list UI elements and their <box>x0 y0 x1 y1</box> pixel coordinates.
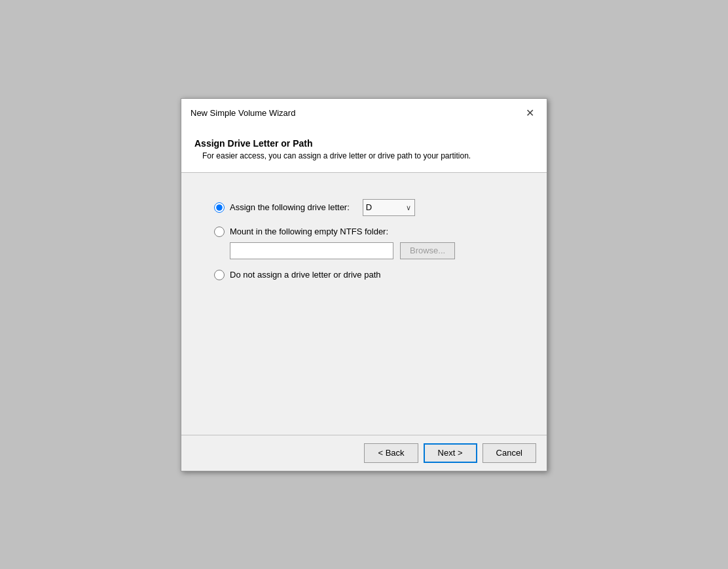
drive-letter-select[interactable]: D E F G H <box>363 199 415 216</box>
no-assign-text: Do not assign a drive letter or drive pa… <box>230 270 381 280</box>
cancel-button[interactable]: Cancel <box>482 443 536 463</box>
assign-drive-letter-label[interactable]: Assign the following drive letter: <box>214 202 350 213</box>
no-assign-label[interactable]: Do not assign a drive letter or drive pa… <box>214 270 381 280</box>
header-section: Assign Drive Letter or Path For easier a… <box>181 128 547 172</box>
footer: < Back Next > Cancel <box>181 435 547 471</box>
header-subtitle: For easier access, you can assign a driv… <box>194 151 534 160</box>
drive-select-wrapper: D E F G H <box>363 199 415 216</box>
no-assign-row: Do not assign a drive letter or drive pa… <box>214 270 527 280</box>
assign-drive-letter-text: Assign the following drive letter: <box>230 202 350 212</box>
next-button[interactable]: Next > <box>424 443 477 463</box>
back-button[interactable]: < Back <box>364 443 418 463</box>
close-button[interactable]: ✕ <box>522 105 537 121</box>
mount-ntfs-text: Mount in the following empty NTFS folder… <box>230 227 388 236</box>
header-title: Assign Drive Letter or Path <box>194 138 534 149</box>
assign-drive-letter-radio[interactable] <box>214 202 225 213</box>
no-assign-radio[interactable] <box>214 270 225 280</box>
mount-ntfs-radio[interactable] <box>214 227 225 237</box>
wizard-dialog: New Simple Volume Wizard ✕ Assign Drive … <box>181 98 547 471</box>
assign-drive-letter-row: Assign the following drive letter: D E F… <box>214 199 527 216</box>
mount-ntfs-label[interactable]: Mount in the following empty NTFS folder… <box>214 227 388 237</box>
content-area: Assign the following drive letter: D E F… <box>181 173 547 435</box>
browse-button[interactable]: Browse... <box>400 242 455 259</box>
mount-ntfs-row: Mount in the following empty NTFS folder… <box>214 227 527 237</box>
window-title: New Simple Volume Wizard <box>191 108 295 118</box>
drive-letter-dropdown: D E F G H <box>363 199 415 216</box>
ntfs-input-row: Browse... <box>230 242 527 259</box>
ntfs-path-input[interactable] <box>230 242 393 259</box>
title-bar: New Simple Volume Wizard ✕ <box>181 99 547 128</box>
